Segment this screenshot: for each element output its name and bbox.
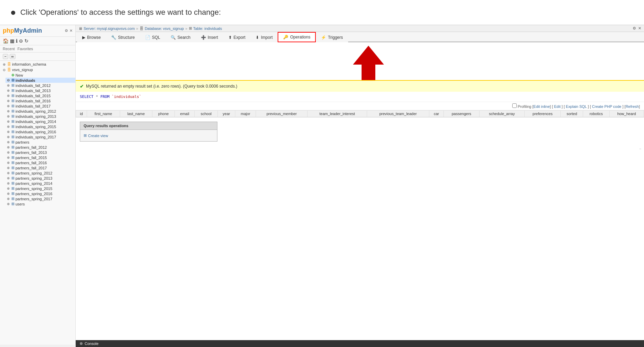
tree-item-users[interactable]: ⊕ ⊞ users [6,201,75,206]
data-table: idfirst_namelast_namephoneemailschoolyea… [76,110,644,117]
grid-icon[interactable]: ▦ [10,38,14,44]
nav-favorites[interactable]: Favorites [18,47,33,51]
db-item-information-schema[interactable]: ⊕ 🗄 information_schema [0,61,75,67]
tree-item-new[interactable]: ⊕ New [6,72,75,78]
tree-item-partners-spring-2016[interactable]: ⊕ ⊞ partners_spring_2016 [6,191,75,196]
table-column-preferences[interactable]: preferences [524,111,561,117]
tab-import[interactable]: ⬇ Import [250,32,278,42]
table-column-how_heard[interactable]: how_heard [609,111,644,117]
profiling-label: Profiling [518,104,533,109]
tab-label: Triggers [328,35,343,40]
tab-structure[interactable]: 🔧 Structure [106,32,140,42]
profiling-checkbox[interactable] [512,103,517,108]
console-bar[interactable]: Console [76,340,644,345]
tree-item-individuals-spring-2016[interactable]: ⊕ ⊞ individuals_spring_2016 [6,129,75,134]
table-link[interactable]: Table: individuals [193,26,222,31]
tree-item-individuals[interactable]: ⊖ ⊞ individuals [6,78,75,83]
tree-item-partners-spring-2015[interactable]: ⊕ ⊞ partners_spring_2015 [6,186,75,191]
tab-triggers[interactable]: ⚡ Triggers [316,32,348,42]
nav-recent[interactable]: Recent [3,47,15,51]
tree-item-partners-fall-2015[interactable]: ⊕ ⊞ partners_fall_2015 [6,155,75,160]
tree-item-individuals-fall-2017[interactable]: ⊕ ⊞ individuals_fall_2017 [6,103,75,109]
table-column-car[interactable]: car [429,111,444,117]
window-close-icon[interactable]: ✕ [638,26,641,31]
tree-item-partners-fall-2016[interactable]: ⊕ ⊞ partners_fall_2016 [6,160,75,165]
expander-icon: ⊕ [7,114,10,118]
tab-sql[interactable]: 📄 SQL [140,32,165,42]
sql-text: * [96,94,100,99]
tab-search[interactable]: 🔍 Search [165,32,196,42]
collapse-all-button[interactable]: − [3,54,8,59]
tree-item-partners-spring-2013[interactable]: ⊕ ⊞ partners_spring_2013 [6,176,75,181]
tree-item-individuals-spring-2017[interactable]: ⊕ ⊞ individuals_spring_2017 [6,134,75,139]
refresh-icon[interactable]: ↻ [24,38,29,44]
tab-label: Operations [290,35,310,40]
home-icon[interactable]: 🏠 [3,38,9,44]
expand-all-button[interactable]: ∞ [10,54,15,59]
operations-icon: 🔑 [283,35,288,40]
refresh-link[interactable]: Refresh [625,104,639,109]
edit-link[interactable]: Edit [553,104,561,109]
table-icon: ⊞ [11,150,14,155]
sql-icon: 📄 [145,35,150,40]
table-column-last_name[interactable]: last_name [120,111,152,117]
table-column-schedule_array[interactable]: schedule_array [479,111,524,117]
tab-insert[interactable]: ➕ Insert [196,32,223,42]
table-column-robotics[interactable]: robotics [583,111,610,117]
tree-item-individuals-fall-2015[interactable]: ⊕ ⊞ individuals_fall_2015 [6,93,75,98]
tree-item-individuals-fall-2012[interactable]: ⊕ ⊞ individuals_fall_2012 [6,83,75,88]
tree-label: individuals_fall_2013 [15,89,51,93]
tree-item-partners-spring-2012[interactable]: ⊕ ⊞ partners_spring_2012 [6,170,75,176]
settings-icon[interactable]: ⚙ [65,29,68,33]
settings-gear-icon[interactable]: ⚙ [633,26,636,31]
tree-item-individuals-spring-2015[interactable]: ⊕ ⊞ individuals_spring_2015 [6,124,75,129]
collapse-icon[interactable]: − [639,147,641,151]
tree-item-individuals-spring-2013[interactable]: ⊕ ⊞ individuals_spring_2013 [6,114,75,119]
tree-item-partners-fall-2013[interactable]: ⊕ ⊞ partners_fall_2013 [6,150,75,155]
tree-item-individuals-spring-2012[interactable]: ⊕ ⊞ individuals_spring_2012 [6,109,75,114]
table-column-major[interactable]: major [235,111,256,117]
tree-item-individuals-fall-2016[interactable]: ⊕ ⊞ individuals_fall_2016 [6,98,75,103]
tree-item-partners-spring-2014[interactable]: ⊕ ⊞ partners_spring_2014 [6,181,75,186]
tab-export[interactable]: ⬆ Export [223,32,251,42]
tab-browse[interactable]: ▶ Browse [77,32,106,42]
server-link[interactable]: Server: mysql.signupvsvs.com [84,26,135,31]
table-column-school[interactable]: school [195,111,218,117]
browser-bar: 🖥 Server: mysql.signupvsvs.com » 🗄 Datab… [76,25,644,32]
table-column-first_name[interactable]: first_name [87,111,120,117]
info-icon[interactable]: ℹ [16,38,18,44]
table-column-passengers[interactable]: passengers [444,111,480,117]
browse-icon: ▶ [82,35,85,40]
tree-item-partners-fall-2017[interactable]: ⊕ ⊞ partners_fall_2017 [6,165,75,170]
db-item-vsvs-signup[interactable]: ⊖ 🗄 vsvs_signup [0,67,75,72]
expander-icon: ⊕ [7,83,10,87]
create-view-link[interactable]: ⊞ Create view [84,133,214,138]
table-column-phone[interactable]: phone [152,111,175,117]
expander-icon: ⊕ [7,130,10,134]
database-link[interactable]: Database: vsvs_signup [145,26,184,31]
close-icon[interactable]: ✕ [69,29,73,33]
tree-item-partners-spring-2017[interactable]: ⊕ ⊞ partners_spring_2017 [6,196,75,201]
explain-sql-link[interactable]: Explain SQL [565,104,588,109]
table-column-id[interactable]: id [76,111,87,117]
expander-icon: ⊕ [7,150,10,154]
table-column-previous_member[interactable]: previous_member [256,111,308,117]
table-column-team_leader_interest[interactable]: team_leader_interest [308,111,367,117]
triggers-icon: ⚡ [321,35,326,40]
create-php-code-link[interactable]: Create PHP code [591,104,623,109]
table-icon: ⊞ [11,124,14,129]
table-column-previous_team_leader[interactable]: previous_team_leader [367,111,429,117]
table-icon: ⊞ [11,88,14,93]
tree-item-partners[interactable]: ⊕ ⊞ partners [6,139,75,145]
table-icon: ⊞ [11,114,14,119]
expander-icon: ⊖ [3,68,6,72]
table-column-sorted[interactable]: sorted [561,111,583,117]
table-column-year[interactable]: year [217,111,235,117]
tree-item-partners-fall-2012[interactable]: ⊕ ⊞ partners_fall_2012 [6,145,75,150]
edit-inline-link[interactable]: Edit inline [534,104,550,109]
tree-item-individuals-spring-2014[interactable]: ⊕ ⊞ individuals_spring_2014 [6,119,75,124]
tree-item-individuals-fall-2013[interactable]: ⊕ ⊞ individuals_fall_2013 [6,88,75,93]
tab-operations[interactable]: 🔑 Operations [278,32,316,42]
exit-icon[interactable]: ⊖ [19,38,23,44]
table-column-email[interactable]: email [175,111,195,117]
